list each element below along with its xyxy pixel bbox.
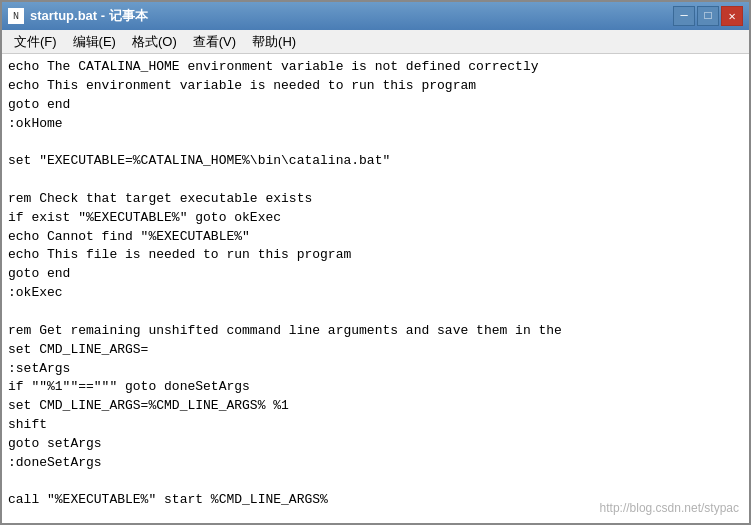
menu-bar: 文件(F) 编辑(E) 格式(O) 查看(V) 帮助(H) [2, 30, 749, 54]
menu-edit[interactable]: 编辑(E) [65, 31, 124, 53]
menu-help[interactable]: 帮助(H) [244, 31, 304, 53]
menu-view[interactable]: 查看(V) [185, 31, 244, 53]
menu-file[interactable]: 文件(F) [6, 31, 65, 53]
content-area: echo The CATALINA_HOME environment varia… [2, 54, 749, 523]
app-icon-letter: N [13, 11, 19, 22]
menu-format[interactable]: 格式(O) [124, 31, 185, 53]
title-buttons: ─ □ ✕ [673, 6, 743, 26]
app-icon: N [8, 8, 24, 24]
text-editor[interactable]: echo The CATALINA_HOME environment varia… [2, 54, 749, 523]
title-bar: N startup.bat - 记事本 ─ □ ✕ [2, 2, 749, 30]
maximize-button[interactable]: □ [697, 6, 719, 26]
minimize-button[interactable]: ─ [673, 6, 695, 26]
title-bar-left: N startup.bat - 记事本 [8, 7, 148, 25]
close-button[interactable]: ✕ [721, 6, 743, 26]
notepad-window: N startup.bat - 记事本 ─ □ ✕ 文件(F) 编辑(E) 格式… [0, 0, 751, 525]
window-title: startup.bat - 记事本 [30, 7, 148, 25]
